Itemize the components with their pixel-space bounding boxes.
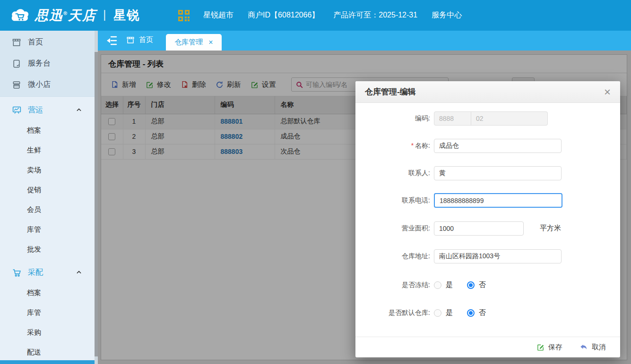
- code-suffix-input: 02: [471, 112, 547, 125]
- code-field-row: 编码: 8888 02: [355, 111, 620, 126]
- brand-separator: 丨: [99, 8, 111, 23]
- qr-code-icon[interactable]: [178, 9, 190, 22]
- modal-footer: 保存 取消: [355, 337, 620, 357]
- store-icon: [12, 80, 22, 90]
- frozen-field-row: 是否冻结: 是 否: [355, 278, 620, 292]
- registered-mark: ®: [63, 10, 68, 16]
- sidebar-item-home[interactable]: 首页: [0, 32, 95, 53]
- sidebar-item-label: 服务台: [28, 59, 51, 68]
- frozen-no-radio[interactable]: [467, 281, 475, 289]
- tab-home[interactable]: 首页: [126, 35, 153, 44]
- sidebar-item-ops-archives[interactable]: 档案: [0, 120, 95, 140]
- contact-field-row: 联系人:: [355, 166, 620, 180]
- address-field-row: 仓库地址:: [355, 249, 620, 263]
- sidebar-group-label: 采配: [28, 268, 43, 278]
- tab-warehouse-management[interactable]: 仓库管理 ×: [166, 34, 222, 51]
- area-field-row: 营业面积: 平方米: [355, 221, 620, 236]
- top-bar: 思迅®天店 丨 星锐 星锐超市 商户ID【60812066】 产品许可至：202…: [0, 0, 631, 31]
- frozen-label: 是否冻结:: [355, 281, 430, 289]
- merchant-id: 商户ID【60812066】: [248, 10, 319, 20]
- sidebar-item-ops-salesfloor[interactable]: 卖场: [0, 160, 95, 180]
- sidebar-group-operations[interactable]: 营运: [0, 100, 95, 120]
- required-asterisk: *: [411, 142, 414, 149]
- clipboard-icon: [12, 59, 22, 69]
- back-arrow-icon: [579, 344, 588, 351]
- tab-home-label: 首页: [139, 35, 153, 44]
- address-input[interactable]: [434, 249, 562, 263]
- default-no-label: 否: [479, 308, 486, 317]
- app-root: 思迅®天店 丨 星锐 星锐超市 商户ID【60812066】 产品许可至：202…: [0, 0, 631, 364]
- modal-header: 仓库管理-编辑 ×: [355, 81, 620, 103]
- sidebar-group-procurement[interactable]: 采配: [0, 262, 95, 283]
- default-field-row: 是否默认仓库: 是 否: [355, 305, 620, 320]
- top-links: 星锐超市 商户ID【60812066】 产品许可至：2025-12-31 服务中…: [203, 10, 462, 20]
- presentation-chart-icon: [12, 105, 22, 115]
- sidebar-top-group: 首页 服务台 微小店: [0, 31, 95, 97]
- tab-close-icon[interactable]: ×: [208, 39, 213, 46]
- tab-bar: 首页 仓库管理 ×: [98, 31, 631, 51]
- default-no-radio[interactable]: [467, 309, 475, 317]
- brand-name-sub: 星锐: [113, 7, 140, 24]
- address-label: 仓库地址:: [355, 252, 430, 261]
- sidebar-scrollbar[interactable]: [95, 31, 98, 364]
- sidebar-item-label: 首页: [28, 37, 43, 47]
- sidebar-item-service-desk[interactable]: 服务台: [0, 53, 95, 74]
- chevron-up-icon: [76, 269, 82, 276]
- sidebar-item-ops-promotion[interactable]: 促销: [0, 180, 95, 200]
- close-icon[interactable]: ×: [604, 86, 611, 98]
- area-input[interactable]: [434, 221, 524, 236]
- sidebar-item-micro-store[interactable]: 微小店: [0, 74, 95, 95]
- save-pencil-icon: [536, 343, 545, 351]
- sidebar-item-ops-wholesale[interactable]: 批发: [0, 239, 95, 259]
- name-input[interactable]: [434, 139, 562, 153]
- default-yes-radio[interactable]: [434, 309, 441, 317]
- sidebar-group-label: 营运: [28, 105, 43, 115]
- contact-input[interactable]: [434, 166, 562, 180]
- default-label: 是否默认仓库:: [355, 309, 430, 317]
- shopping-cart-icon: [12, 267, 22, 278]
- area-label: 营业面积:: [355, 224, 430, 233]
- warehouse-edit-modal: 仓库管理-编辑 × 编码: 8888 02 *名称: 联系人: 联系电话: 营业…: [355, 81, 620, 357]
- area-unit-label: 平方米: [540, 224, 561, 233]
- code-label: 编码:: [355, 114, 430, 123]
- name-field-row: *名称:: [355, 138, 620, 153]
- sidebar-item-ops-inventory[interactable]: 库管: [0, 220, 95, 239]
- code-prefix-input: 8888: [434, 112, 471, 125]
- sidebar-item-proc-archives[interactable]: 档案: [0, 283, 95, 303]
- phone-label: 联系电话:: [355, 196, 430, 205]
- license-expiry: 产品许可至：2025-12-31: [333, 10, 417, 20]
- contact-label: 联系人:: [355, 169, 430, 178]
- brand-name-main: 思迅®天店: [35, 7, 96, 25]
- service-center-link[interactable]: 服务中心: [432, 10, 462, 20]
- frozen-yes-label: 是: [446, 280, 453, 289]
- phone-field-row: 联系电话:: [355, 193, 620, 208]
- sidebar: 首页 服务台 微小店 营运 档案: [0, 31, 95, 364]
- sidebar-item-ops-members[interactable]: 会员: [0, 200, 95, 220]
- cart-cloud-logo-icon: [10, 8, 30, 24]
- store-name[interactable]: 星锐超市: [203, 10, 233, 20]
- sidebar-item-ops-fresh[interactable]: 生鲜: [0, 140, 95, 160]
- tab-active-label: 仓库管理: [174, 38, 203, 47]
- cancel-button[interactable]: 取消: [579, 343, 606, 352]
- modal-title: 仓库管理-编辑: [365, 86, 416, 97]
- name-label: *名称:: [355, 142, 430, 150]
- sidebar-item-proc-inventory[interactable]: 库管: [0, 303, 95, 322]
- sidebar-item-label: 微小店: [28, 80, 51, 90]
- sidebar-scrollbar-thumb[interactable]: [95, 52, 98, 356]
- sidebar-next-item-partial: [0, 360, 95, 364]
- sidebar-item-proc-delivery[interactable]: 配送: [0, 342, 95, 362]
- chevron-up-icon: [76, 107, 82, 113]
- sidebar-item-proc-purchase[interactable]: 采购: [0, 322, 95, 342]
- brand-logo: 思迅®天店 丨 星锐: [10, 7, 140, 25]
- phone-input[interactable]: [434, 193, 562, 208]
- default-yes-label: 是: [446, 308, 453, 317]
- frozen-no-label: 否: [479, 280, 486, 289]
- save-button[interactable]: 保存: [536, 343, 562, 352]
- storefront-icon: [12, 37, 22, 48]
- frozen-yes-radio[interactable]: [434, 281, 441, 289]
- code-inputs-disabled: 8888 02: [434, 111, 548, 126]
- collapse-sidebar-icon[interactable]: [106, 35, 118, 48]
